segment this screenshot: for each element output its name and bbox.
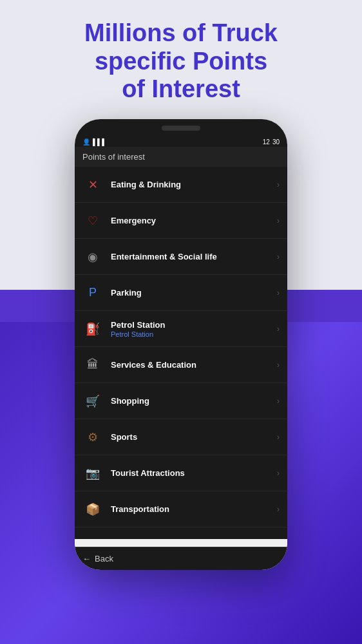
transport-icon: 📦 <box>82 499 103 520</box>
services-name: Services & Education <box>111 360 277 370</box>
entertainment-name: Entertainment & Social life <box>111 252 277 261</box>
transport-arrow-icon: › <box>277 505 280 514</box>
poi-item-emergency[interactable]: ♡Emergency› <box>75 203 287 239</box>
poi-item-sports[interactable]: ⚙Sports› <box>75 419 287 455</box>
tourist-arrow-icon: › <box>277 469 280 478</box>
petrol-arrow-icon: › <box>277 325 280 334</box>
shopping-text: Shopping <box>111 396 277 406</box>
petrol-icon: ⛽ <box>82 319 103 339</box>
signal-icon: ▌▌▌ <box>93 138 106 146</box>
poi-item-eating[interactable]: ✕Eating & Drinking› <box>75 167 287 203</box>
parking-name: Parking <box>111 288 277 298</box>
vehicle-icon: 🔧 <box>82 535 103 540</box>
entertainment-text: Entertainment & Social life <box>111 252 277 261</box>
app-title: Points of interest <box>82 152 145 162</box>
emergency-arrow-icon: › <box>277 216 280 225</box>
phone-notch-bar <box>75 119 287 137</box>
eating-text: Eating & Drinking <box>111 180 277 189</box>
entertainment-arrow-icon: › <box>277 252 280 261</box>
shopping-arrow-icon: › <box>277 397 280 406</box>
page-title: Millions of Truck specific Points of Int… <box>0 19 362 104</box>
sports-name: Sports <box>111 432 277 442</box>
petrol-text: Petrol StationPetrol Station <box>111 320 277 338</box>
phone-frame: 👤 ▌▌▌ 12 30 Points of interest ✕Eating &… <box>75 119 287 570</box>
status-left: 👤 ▌▌▌ <box>82 138 106 146</box>
sports-arrow-icon: › <box>277 433 280 442</box>
emergency-text: Emergency <box>111 216 277 225</box>
back-arrow-icon: ← <box>82 554 91 564</box>
back-label: Back <box>95 554 113 564</box>
tourist-icon: 📷 <box>82 463 103 484</box>
tourist-name: Tourist Attractions <box>111 468 277 478</box>
phone-notch <box>162 126 200 131</box>
services-text: Services & Education <box>111 360 277 370</box>
eating-icon: ✕ <box>82 175 103 195</box>
petrol-name: Petrol Station <box>111 320 277 330</box>
status-right: 12 30 <box>263 138 280 146</box>
tourist-text: Tourist Attractions <box>111 468 277 478</box>
eating-arrow-icon: › <box>277 180 280 189</box>
transport-name: Transportation <box>111 504 277 514</box>
parking-text: Parking <box>111 288 277 298</box>
shopping-icon: 🛒 <box>82 391 103 412</box>
header-section: Millions of Truck specific Points of Int… <box>0 19 362 104</box>
poi-item-vehicle[interactable]: 🔧Vehicle Services› <box>75 527 287 539</box>
emergency-name: Emergency <box>111 216 277 225</box>
entertainment-icon: ◉ <box>82 247 103 267</box>
poi-item-petrol[interactable]: ⛽Petrol StationPetrol Station› <box>75 311 287 347</box>
parking-icon: P <box>82 283 103 303</box>
status-bar: 👤 ▌▌▌ 12 30 <box>75 137 287 147</box>
petrol-sub: Petrol Station <box>111 330 277 338</box>
services-arrow-icon: › <box>277 361 280 370</box>
person-icon: 👤 <box>82 138 90 146</box>
poi-item-entertainment[interactable]: ◉Entertainment & Social life› <box>75 239 287 275</box>
emergency-icon: ♡ <box>82 211 103 231</box>
poi-item-shopping[interactable]: 🛒Shopping› <box>75 383 287 419</box>
poi-list[interactable]: ✕Eating & Drinking›♡Emergency›◉Entertain… <box>75 167 287 539</box>
sports-icon: ⚙ <box>82 427 103 448</box>
poi-item-tourist[interactable]: 📷Tourist Attractions› <box>75 455 287 491</box>
poi-item-parking[interactable]: PParking› <box>75 275 287 311</box>
parking-arrow-icon: › <box>277 289 280 298</box>
transport-text: Transportation <box>111 504 277 514</box>
sports-text: Sports <box>111 432 277 442</box>
time-display: 12 <box>263 138 270 146</box>
app-header: Points of interest <box>75 147 287 167</box>
battery-display: 30 <box>272 138 280 146</box>
eating-name: Eating & Drinking <box>111 180 277 189</box>
poi-item-services[interactable]: 🏛Services & Education› <box>75 347 287 383</box>
poi-item-transport[interactable]: 📦Transportation› <box>75 491 287 527</box>
shopping-name: Shopping <box>111 396 277 406</box>
services-icon: 🏛 <box>82 355 103 375</box>
back-bar[interactable]: ← Back <box>75 547 287 570</box>
